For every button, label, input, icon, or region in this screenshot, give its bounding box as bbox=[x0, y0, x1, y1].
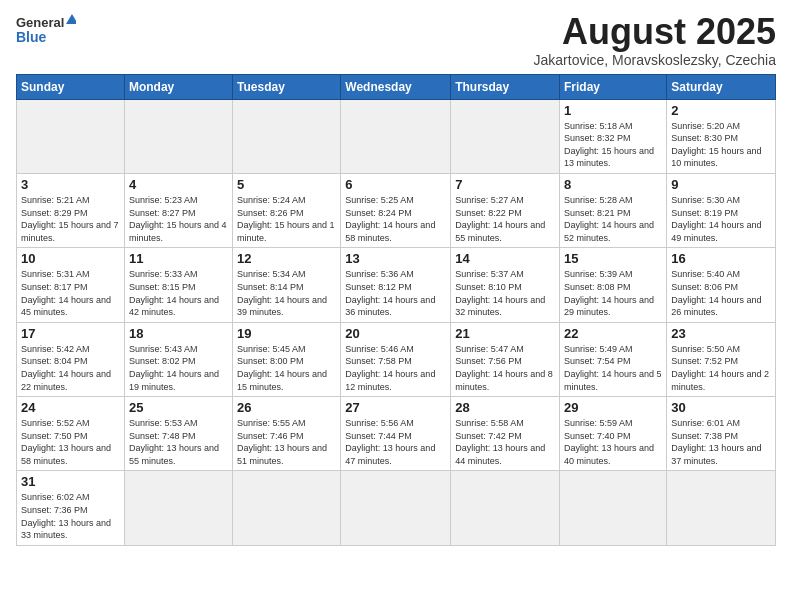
calendar-week-row: 17Sunrise: 5:42 AM Sunset: 8:04 PM Dayli… bbox=[17, 322, 776, 396]
calendar-cell bbox=[124, 99, 232, 173]
calendar-cell bbox=[233, 99, 341, 173]
subtitle: Jakartovice, Moravskoslezsky, Czechia bbox=[534, 52, 776, 68]
day-info: Sunrise: 5:21 AM Sunset: 8:29 PM Dayligh… bbox=[21, 194, 120, 244]
day-number: 20 bbox=[345, 326, 446, 341]
day-info: Sunrise: 5:42 AM Sunset: 8:04 PM Dayligh… bbox=[21, 343, 120, 393]
day-number: 11 bbox=[129, 251, 228, 266]
day-info: Sunrise: 6:01 AM Sunset: 7:38 PM Dayligh… bbox=[671, 417, 771, 467]
day-info: Sunrise: 5:18 AM Sunset: 8:32 PM Dayligh… bbox=[564, 120, 662, 170]
calendar-cell: 29Sunrise: 5:59 AM Sunset: 7:40 PM Dayli… bbox=[560, 397, 667, 471]
calendar-cell: 20Sunrise: 5:46 AM Sunset: 7:58 PM Dayli… bbox=[341, 322, 451, 396]
calendar-cell: 23Sunrise: 5:50 AM Sunset: 7:52 PM Dayli… bbox=[667, 322, 776, 396]
day-number: 2 bbox=[671, 103, 771, 118]
day-info: Sunrise: 5:47 AM Sunset: 7:56 PM Dayligh… bbox=[455, 343, 555, 393]
calendar-cell: 30Sunrise: 6:01 AM Sunset: 7:38 PM Dayli… bbox=[667, 397, 776, 471]
day-number: 6 bbox=[345, 177, 446, 192]
day-info: Sunrise: 5:28 AM Sunset: 8:21 PM Dayligh… bbox=[564, 194, 662, 244]
day-info: Sunrise: 5:30 AM Sunset: 8:19 PM Dayligh… bbox=[671, 194, 771, 244]
day-info: Sunrise: 5:43 AM Sunset: 8:02 PM Dayligh… bbox=[129, 343, 228, 393]
col-wednesday: Wednesday bbox=[341, 74, 451, 99]
day-info: Sunrise: 5:20 AM Sunset: 8:30 PM Dayligh… bbox=[671, 120, 771, 170]
col-thursday: Thursday bbox=[451, 74, 560, 99]
calendar-cell: 17Sunrise: 5:42 AM Sunset: 8:04 PM Dayli… bbox=[17, 322, 125, 396]
day-info: Sunrise: 5:49 AM Sunset: 7:54 PM Dayligh… bbox=[564, 343, 662, 393]
calendar-cell: 8Sunrise: 5:28 AM Sunset: 8:21 PM Daylig… bbox=[560, 173, 667, 247]
calendar-cell: 22Sunrise: 5:49 AM Sunset: 7:54 PM Dayli… bbox=[560, 322, 667, 396]
day-info: Sunrise: 5:46 AM Sunset: 7:58 PM Dayligh… bbox=[345, 343, 446, 393]
calendar-cell: 9Sunrise: 5:30 AM Sunset: 8:19 PM Daylig… bbox=[667, 173, 776, 247]
calendar-cell: 28Sunrise: 5:58 AM Sunset: 7:42 PM Dayli… bbox=[451, 397, 560, 471]
col-friday: Friday bbox=[560, 74, 667, 99]
day-number: 19 bbox=[237, 326, 336, 341]
day-info: Sunrise: 6:02 AM Sunset: 7:36 PM Dayligh… bbox=[21, 491, 120, 541]
calendar-cell bbox=[667, 471, 776, 545]
day-info: Sunrise: 5:31 AM Sunset: 8:17 PM Dayligh… bbox=[21, 268, 120, 318]
main-title: August 2025 bbox=[534, 12, 776, 52]
calendar-cell: 14Sunrise: 5:37 AM Sunset: 8:10 PM Dayli… bbox=[451, 248, 560, 322]
day-number: 21 bbox=[455, 326, 555, 341]
calendar-cell: 11Sunrise: 5:33 AM Sunset: 8:15 PM Dayli… bbox=[124, 248, 232, 322]
svg-text:General: General bbox=[16, 15, 64, 30]
day-info: Sunrise: 5:59 AM Sunset: 7:40 PM Dayligh… bbox=[564, 417, 662, 467]
day-info: Sunrise: 5:40 AM Sunset: 8:06 PM Dayligh… bbox=[671, 268, 771, 318]
day-info: Sunrise: 5:58 AM Sunset: 7:42 PM Dayligh… bbox=[455, 417, 555, 467]
day-info: Sunrise: 5:34 AM Sunset: 8:14 PM Dayligh… bbox=[237, 268, 336, 318]
day-number: 30 bbox=[671, 400, 771, 415]
calendar-cell: 15Sunrise: 5:39 AM Sunset: 8:08 PM Dayli… bbox=[560, 248, 667, 322]
calendar-cell bbox=[124, 471, 232, 545]
calendar-cell: 13Sunrise: 5:36 AM Sunset: 8:12 PM Dayli… bbox=[341, 248, 451, 322]
calendar-week-row: 31Sunrise: 6:02 AM Sunset: 7:36 PM Dayli… bbox=[17, 471, 776, 545]
day-info: Sunrise: 5:45 AM Sunset: 8:00 PM Dayligh… bbox=[237, 343, 336, 393]
col-sunday: Sunday bbox=[17, 74, 125, 99]
day-number: 4 bbox=[129, 177, 228, 192]
calendar-cell: 12Sunrise: 5:34 AM Sunset: 8:14 PM Dayli… bbox=[233, 248, 341, 322]
calendar-table: Sunday Monday Tuesday Wednesday Thursday… bbox=[16, 74, 776, 546]
day-number: 17 bbox=[21, 326, 120, 341]
calendar-cell: 10Sunrise: 5:31 AM Sunset: 8:17 PM Dayli… bbox=[17, 248, 125, 322]
day-number: 31 bbox=[21, 474, 120, 489]
day-number: 25 bbox=[129, 400, 228, 415]
day-number: 15 bbox=[564, 251, 662, 266]
calendar-header-row: Sunday Monday Tuesday Wednesday Thursday… bbox=[17, 74, 776, 99]
calendar-cell: 25Sunrise: 5:53 AM Sunset: 7:48 PM Dayli… bbox=[124, 397, 232, 471]
day-info: Sunrise: 5:36 AM Sunset: 8:12 PM Dayligh… bbox=[345, 268, 446, 318]
col-saturday: Saturday bbox=[667, 74, 776, 99]
logo: General Blue bbox=[16, 12, 76, 48]
logo-svg: General Blue bbox=[16, 12, 76, 48]
day-number: 3 bbox=[21, 177, 120, 192]
calendar-week-row: 24Sunrise: 5:52 AM Sunset: 7:50 PM Dayli… bbox=[17, 397, 776, 471]
calendar-cell: 21Sunrise: 5:47 AM Sunset: 7:56 PM Dayli… bbox=[451, 322, 560, 396]
svg-marker-2 bbox=[66, 14, 76, 24]
calendar-cell: 26Sunrise: 5:55 AM Sunset: 7:46 PM Dayli… bbox=[233, 397, 341, 471]
day-number: 7 bbox=[455, 177, 555, 192]
calendar-cell: 16Sunrise: 5:40 AM Sunset: 8:06 PM Dayli… bbox=[667, 248, 776, 322]
calendar-cell bbox=[451, 471, 560, 545]
calendar-cell: 7Sunrise: 5:27 AM Sunset: 8:22 PM Daylig… bbox=[451, 173, 560, 247]
day-info: Sunrise: 5:53 AM Sunset: 7:48 PM Dayligh… bbox=[129, 417, 228, 467]
page-header: General Blue August 2025 Jakartovice, Mo… bbox=[16, 12, 776, 68]
day-info: Sunrise: 5:39 AM Sunset: 8:08 PM Dayligh… bbox=[564, 268, 662, 318]
day-number: 22 bbox=[564, 326, 662, 341]
svg-text:Blue: Blue bbox=[16, 29, 47, 45]
day-number: 24 bbox=[21, 400, 120, 415]
calendar-week-row: 10Sunrise: 5:31 AM Sunset: 8:17 PM Dayli… bbox=[17, 248, 776, 322]
day-number: 26 bbox=[237, 400, 336, 415]
day-number: 12 bbox=[237, 251, 336, 266]
calendar-cell: 31Sunrise: 6:02 AM Sunset: 7:36 PM Dayli… bbox=[17, 471, 125, 545]
calendar-cell: 24Sunrise: 5:52 AM Sunset: 7:50 PM Dayli… bbox=[17, 397, 125, 471]
calendar-cell: 27Sunrise: 5:56 AM Sunset: 7:44 PM Dayli… bbox=[341, 397, 451, 471]
day-info: Sunrise: 5:24 AM Sunset: 8:26 PM Dayligh… bbox=[237, 194, 336, 244]
day-info: Sunrise: 5:55 AM Sunset: 7:46 PM Dayligh… bbox=[237, 417, 336, 467]
day-number: 5 bbox=[237, 177, 336, 192]
day-number: 10 bbox=[21, 251, 120, 266]
col-tuesday: Tuesday bbox=[233, 74, 341, 99]
calendar-cell: 3Sunrise: 5:21 AM Sunset: 8:29 PM Daylig… bbox=[17, 173, 125, 247]
day-info: Sunrise: 5:50 AM Sunset: 7:52 PM Dayligh… bbox=[671, 343, 771, 393]
calendar-cell: 1Sunrise: 5:18 AM Sunset: 8:32 PM Daylig… bbox=[560, 99, 667, 173]
day-number: 29 bbox=[564, 400, 662, 415]
calendar-cell: 6Sunrise: 5:25 AM Sunset: 8:24 PM Daylig… bbox=[341, 173, 451, 247]
calendar-cell bbox=[451, 99, 560, 173]
col-monday: Monday bbox=[124, 74, 232, 99]
calendar-week-row: 1Sunrise: 5:18 AM Sunset: 8:32 PM Daylig… bbox=[17, 99, 776, 173]
calendar-cell: 2Sunrise: 5:20 AM Sunset: 8:30 PM Daylig… bbox=[667, 99, 776, 173]
